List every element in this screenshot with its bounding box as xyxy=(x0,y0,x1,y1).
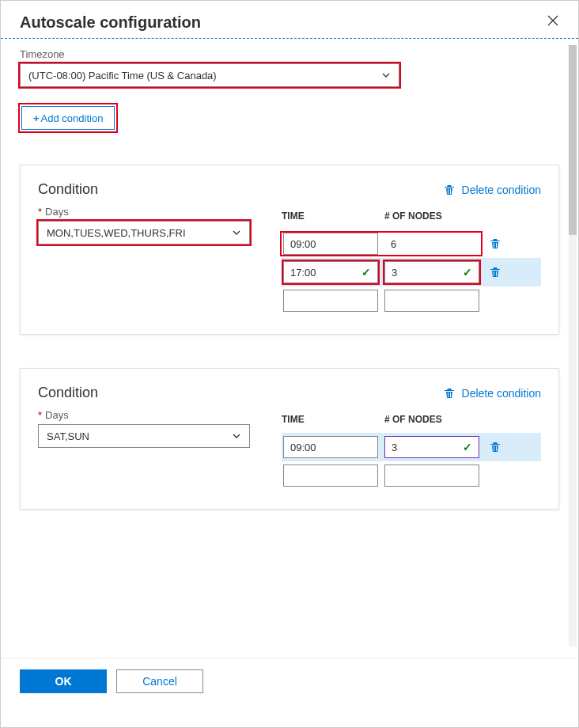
dialog-header: Autoscale configuration xyxy=(1,1,578,39)
table-header: TIME # OF NODES xyxy=(282,206,541,229)
chevron-down-icon xyxy=(232,228,241,237)
table-header: TIME # OF NODES xyxy=(282,409,541,433)
condition-card: Condition Delete condition *Days SAT,SUN xyxy=(20,368,559,510)
delete-condition-label: Delete condition xyxy=(462,184,541,196)
timezone-value: (UTC-08:00) Pacific Time (US & Canada) xyxy=(28,70,217,82)
nodes-input[interactable] xyxy=(384,290,479,312)
days-select[interactable]: SAT,SUN xyxy=(38,424,250,448)
add-condition-button[interactable]: + Add condition xyxy=(21,106,115,130)
delete-condition-button[interactable]: Delete condition xyxy=(443,184,541,196)
col-nodes-header: # OF NODES xyxy=(384,414,487,425)
close-button[interactable] xyxy=(547,14,559,31)
nodes-input[interactable] xyxy=(384,464,479,487)
condition-title: Condition xyxy=(38,181,98,198)
time-input[interactable]: 17:00 ✓ xyxy=(283,261,378,283)
trash-icon xyxy=(443,387,456,400)
delete-condition-button[interactable]: Delete condition xyxy=(443,387,541,400)
delete-row-button[interactable] xyxy=(486,441,505,453)
chevron-down-icon xyxy=(381,70,391,80)
trash-icon xyxy=(443,184,456,196)
time-input[interactable]: 09:00 xyxy=(283,233,378,255)
time-input[interactable] xyxy=(283,290,378,312)
days-value: MON,TUES,WED,THURS,FRI xyxy=(47,227,186,239)
delete-row-button[interactable] xyxy=(486,237,505,250)
time-input[interactable]: 09:00 xyxy=(283,436,378,458)
timezone-select[interactable]: (UTC-08:00) Pacific Time (US & Canada) xyxy=(20,63,399,87)
col-time-header: TIME xyxy=(282,210,384,222)
check-icon: ✓ xyxy=(463,266,472,279)
dialog-title: Autoscale configuration xyxy=(20,13,201,32)
col-time-header: TIME xyxy=(282,414,384,425)
days-label: *Days xyxy=(38,206,250,218)
schedule-row: 09:00 3 ✓ xyxy=(282,433,541,461)
schedule-row: 09:00 6 xyxy=(282,229,541,258)
vertical-scrollbar-thumb[interactable] xyxy=(569,45,577,235)
check-icon: ✓ xyxy=(361,266,371,279)
schedule-row xyxy=(282,286,541,315)
nodes-input[interactable]: 3 ✓ xyxy=(384,436,479,458)
timezone-label: Timezone xyxy=(20,48,559,60)
chevron-down-icon xyxy=(232,431,241,441)
condition-title: Condition xyxy=(38,385,98,401)
add-condition-label: Add condition xyxy=(41,112,104,124)
col-nodes-header: # OF NODES xyxy=(384,210,487,222)
cancel-button[interactable]: Cancel xyxy=(116,669,203,693)
delete-condition-label: Delete condition xyxy=(462,387,541,400)
delete-row-button[interactable] xyxy=(486,266,505,279)
ok-button[interactable]: OK xyxy=(20,669,107,693)
days-select[interactable]: MON,TUES,WED,THURS,FRI xyxy=(38,221,250,245)
condition-card: Condition Delete condition *Days MON,TUE… xyxy=(20,165,559,335)
schedule-row xyxy=(282,461,541,490)
check-icon: ✓ xyxy=(463,441,472,453)
days-label: *Days xyxy=(38,409,250,421)
nodes-input[interactable]: 3 ✓ xyxy=(384,261,479,283)
time-input[interactable] xyxy=(283,464,378,487)
nodes-input[interactable]: 6 xyxy=(384,233,479,255)
days-value: SAT,SUN xyxy=(47,430,89,442)
content-area: Timezone (UTC-08:00) Pacific Time (US & … xyxy=(1,39,578,658)
dialog-footer: OK Cancel xyxy=(1,658,578,704)
schedule-row: 17:00 ✓ 3 ✓ xyxy=(282,258,541,286)
